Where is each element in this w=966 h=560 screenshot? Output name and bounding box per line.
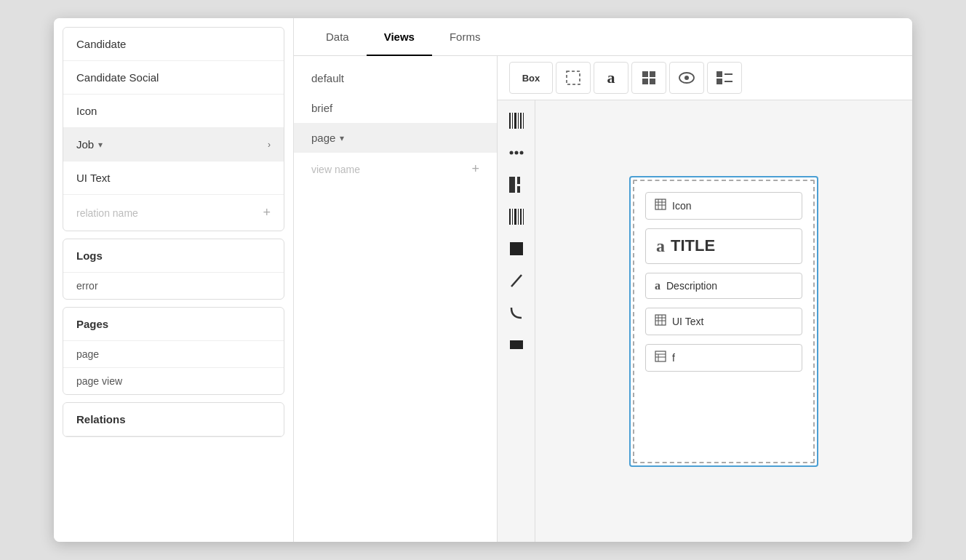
relations-section: Relations (63, 402, 284, 437)
add-relation-plus[interactable]: + (263, 205, 271, 220)
pages-pageview-item[interactable]: page view (63, 368, 284, 394)
svg-rect-13 (514, 113, 516, 129)
dashed-rect-icon (564, 69, 582, 87)
three-dots-icon[interactable] (502, 138, 531, 167)
list-icon (715, 70, 734, 86)
solid-square-icon[interactable] (502, 234, 531, 263)
editor-body: Icon a TITLE a Description (498, 100, 912, 542)
canvas-title-item[interactable]: a TITLE (645, 228, 802, 264)
svg-rect-24 (512, 209, 513, 225)
eye-icon (678, 71, 695, 85)
view-name-add-row: view name + (294, 153, 497, 185)
tab-views[interactable]: Views (367, 19, 432, 56)
canvas-description-item[interactable]: a Description (645, 273, 802, 299)
barcode2-icon[interactable] (502, 202, 531, 231)
canvas-frame: Icon a TITLE a Description (629, 176, 818, 467)
text-button[interactable]: a (594, 62, 628, 94)
entity-ui-text[interactable]: UI Text (63, 161, 284, 195)
view-brief[interactable]: brief (294, 93, 497, 123)
svg-rect-23 (509, 209, 511, 225)
svg-rect-3 (642, 79, 648, 84)
svg-rect-20 (509, 177, 515, 193)
canvas-ui-text-item[interactable]: UI Text (645, 308, 802, 335)
view-default[interactable]: default (294, 63, 497, 93)
split-bars-icon[interactable] (502, 170, 531, 199)
tab-forms[interactable]: Forms (432, 19, 498, 56)
right-panel: Data Views Forms default brief page ▾ (294, 18, 912, 542)
tab-data[interactable]: Data (308, 19, 367, 56)
table2-icon (655, 314, 666, 329)
block-icon[interactable] (502, 330, 531, 359)
logs-header: Logs (63, 239, 284, 273)
text-a-small-icon: a (655, 279, 660, 292)
svg-rect-21 (517, 177, 520, 184)
corner-icon[interactable] (502, 298, 531, 327)
eye-button[interactable] (669, 62, 704, 94)
svg-point-18 (514, 151, 518, 155)
svg-rect-29 (510, 242, 523, 255)
pages-header: Pages (63, 308, 284, 341)
svg-rect-14 (518, 113, 519, 129)
svg-rect-7 (716, 71, 722, 77)
table-icon (655, 199, 666, 213)
main-editor: Box a (498, 56, 912, 542)
svg-rect-1 (642, 71, 648, 77)
pages-section: Pages page page view (63, 307, 284, 395)
canvas-area: Icon a TITLE a Description (535, 100, 912, 542)
left-panel: Candidate Candidate Social Icon Job ▾ › … (54, 18, 294, 542)
text-a-icon: a (656, 236, 665, 256)
slash-icon[interactable] (502, 266, 531, 295)
logs-section: Logs error (63, 239, 284, 300)
canvas-icon-item[interactable]: Icon (645, 192, 802, 220)
dashed-box-button[interactable] (556, 62, 591, 94)
svg-rect-22 (517, 186, 520, 193)
svg-rect-9 (716, 79, 722, 84)
table-rows-icon (655, 351, 666, 365)
view-page-arrow: ▾ (340, 133, 344, 143)
svg-rect-12 (512, 113, 513, 129)
canvas-relation-item[interactable]: f (645, 344, 802, 372)
svg-rect-11 (509, 113, 511, 129)
svg-rect-2 (650, 71, 655, 77)
job-expand-arrow: ▾ (98, 140, 103, 150)
add-view-button[interactable]: + (471, 161, 479, 177)
text-icon: a (607, 68, 615, 87)
svg-rect-28 (523, 209, 524, 225)
pages-page-item[interactable]: page (63, 341, 284, 368)
entity-candidate-social[interactable]: Candidate Social (63, 61, 284, 95)
svg-rect-27 (520, 209, 522, 225)
svg-point-17 (509, 151, 513, 155)
entity-job[interactable]: Job ▾ › (63, 128, 284, 161)
entity-job-right-arrow: › (268, 140, 271, 150)
relations-header: Relations (63, 403, 284, 436)
side-icon-bar (498, 100, 535, 542)
svg-line-30 (511, 275, 522, 287)
svg-rect-0 (567, 71, 580, 84)
svg-rect-37 (655, 315, 666, 325)
box-button[interactable]: Box (509, 62, 553, 94)
svg-rect-26 (518, 209, 519, 225)
svg-rect-4 (650, 79, 655, 84)
views-sidebar: default brief page ▾ view name + (294, 56, 498, 542)
content-area: default brief page ▾ view name + (294, 56, 912, 542)
entity-candidate[interactable]: Candidate (63, 28, 284, 61)
grid-button[interactable] (631, 62, 666, 94)
entity-icon[interactable]: Icon (63, 95, 284, 128)
editor-toolbar: Box a (498, 56, 912, 100)
entity-list: Candidate Candidate Social Icon Job ▾ › … (63, 27, 284, 231)
svg-rect-15 (520, 113, 522, 129)
svg-rect-16 (523, 113, 524, 129)
app-container: Candidate Candidate Social Icon Job ▾ › … (54, 18, 912, 542)
tabs-bar: Data Views Forms (294, 18, 912, 56)
svg-rect-31 (510, 340, 523, 349)
add-relation-item[interactable]: relation name + (63, 195, 284, 231)
svg-rect-42 (655, 351, 666, 361)
svg-point-19 (519, 151, 523, 155)
logs-error-item[interactable]: error (63, 273, 284, 299)
svg-point-6 (684, 76, 689, 80)
list-button[interactable] (707, 62, 742, 94)
view-page[interactable]: page ▾ (294, 123, 497, 153)
grid-icon (640, 69, 658, 87)
barcode-icon[interactable] (502, 106, 531, 135)
svg-rect-32 (655, 199, 666, 209)
